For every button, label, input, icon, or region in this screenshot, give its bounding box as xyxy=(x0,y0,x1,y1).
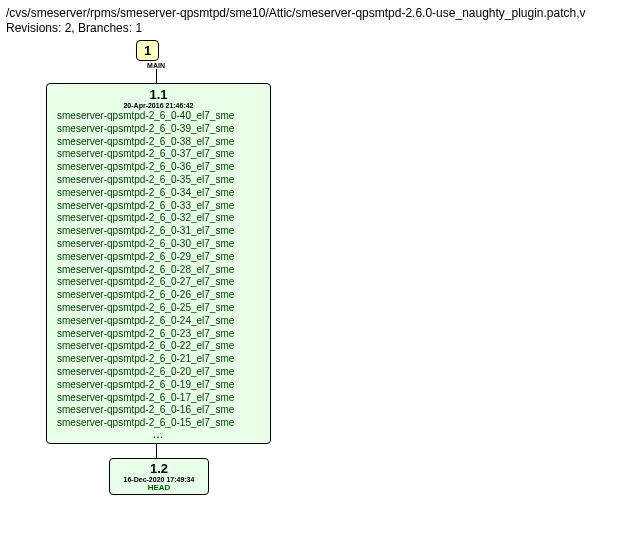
connector-line xyxy=(156,69,157,83)
tag-item: smeserver-qpsmtpd-2_6_0-40_el7_sme xyxy=(51,110,266,123)
tag-item: smeserver-qpsmtpd-2_6_0-34_el7_sme xyxy=(51,187,266,200)
branch-box[interactable]: 1 xyxy=(136,40,159,61)
revisions-count: Revisions: 2, Branches: 1 xyxy=(6,21,614,35)
connector-line xyxy=(156,444,157,458)
tag-item: smeserver-qpsmtpd-2_6_0-32_el7_sme xyxy=(51,212,266,225)
branch-label: MAIN xyxy=(136,62,176,69)
revision-2-head: HEAD xyxy=(114,483,204,492)
tag-item: smeserver-qpsmtpd-2_6_0-36_el7_sme xyxy=(51,161,266,174)
branch-number: 1 xyxy=(144,43,151,58)
tag-item: smeserver-qpsmtpd-2_6_0-31_el7_sme xyxy=(51,225,266,238)
tag-item: smeserver-qpsmtpd-2_6_0-25_el7_sme xyxy=(51,302,266,315)
tag-item: smeserver-qpsmtpd-2_6_0-15_el7_sme xyxy=(51,417,266,430)
revision-1-box[interactable]: 1.1 20-Apr-2016 21:46:42 smeserver-qpsmt… xyxy=(46,83,271,444)
tag-item: smeserver-qpsmtpd-2_6_0-28_el7_sme xyxy=(51,264,266,277)
revision-2-date: 16-Dec-2020 17:49:34 xyxy=(114,476,204,483)
tag-item: smeserver-qpsmtpd-2_6_0-22_el7_sme xyxy=(51,340,266,353)
revision-1-date: 20-Apr-2016 21:46:42 xyxy=(51,102,266,109)
tag-item: smeserver-qpsmtpd-2_6_0-16_el7_sme xyxy=(51,404,266,417)
tag-item: smeserver-qpsmtpd-2_6_0-30_el7_sme xyxy=(51,238,266,251)
tags-ellipsis: ... xyxy=(51,430,266,440)
tag-item: smeserver-qpsmtpd-2_6_0-39_el7_sme xyxy=(51,123,266,136)
tag-item: smeserver-qpsmtpd-2_6_0-37_el7_sme xyxy=(51,148,266,161)
revision-1-number: 1.1 xyxy=(51,87,266,102)
tag-item: smeserver-qpsmtpd-2_6_0-17_el7_sme xyxy=(51,392,266,405)
tag-item: smeserver-qpsmtpd-2_6_0-23_el7_sme xyxy=(51,328,266,341)
tag-item: smeserver-qpsmtpd-2_6_0-19_el7_sme xyxy=(51,379,266,392)
revision-2-number: 1.2 xyxy=(114,461,204,476)
tag-item: smeserver-qpsmtpd-2_6_0-20_el7_sme xyxy=(51,366,266,379)
file-path: /cvs/smeserver/rpms/smeserver-qpsmtpd/sm… xyxy=(6,6,614,20)
tag-item: smeserver-qpsmtpd-2_6_0-35_el7_sme xyxy=(51,174,266,187)
revision-1-tags: smeserver-qpsmtpd-2_6_0-40_el7_smesmeser… xyxy=(51,110,266,430)
tag-item: smeserver-qpsmtpd-2_6_0-38_el7_sme xyxy=(51,136,266,149)
tag-item: smeserver-qpsmtpd-2_6_0-27_el7_sme xyxy=(51,276,266,289)
tag-item: smeserver-qpsmtpd-2_6_0-33_el7_sme xyxy=(51,200,266,213)
tag-item: smeserver-qpsmtpd-2_6_0-26_el7_sme xyxy=(51,289,266,302)
revision-graph: 1 MAIN 1.1 20-Apr-2016 21:46:42 smeserve… xyxy=(6,40,614,495)
revision-2-box[interactable]: 1.2 16-Dec-2020 17:49:34 HEAD xyxy=(109,458,209,495)
tag-item: smeserver-qpsmtpd-2_6_0-29_el7_sme xyxy=(51,251,266,264)
tag-item: smeserver-qpsmtpd-2_6_0-21_el7_sme xyxy=(51,353,266,366)
tag-item: smeserver-qpsmtpd-2_6_0-24_el7_sme xyxy=(51,315,266,328)
